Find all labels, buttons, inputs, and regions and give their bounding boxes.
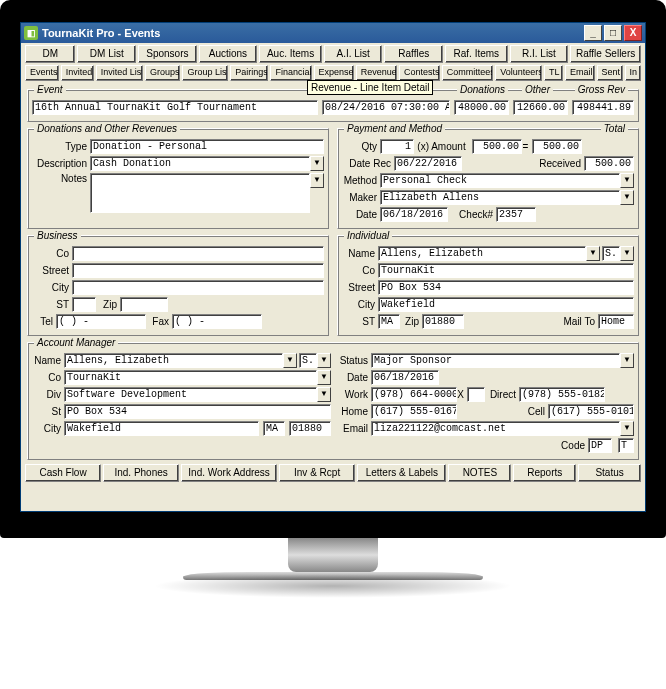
iname-sfx[interactable]: S.	[602, 246, 620, 261]
tb-raffles[interactable]: Raffles	[384, 45, 443, 63]
method-input[interactable]: Personal Check	[380, 173, 620, 188]
astc-input[interactable]: MA	[263, 421, 285, 436]
direct-input[interactable]: (978) 555-0182	[519, 387, 605, 402]
qty-input[interactable]: 1	[380, 139, 414, 154]
event-gross[interactable]: 498441.89	[572, 100, 634, 115]
aname-sfx-dropdown[interactable]: ▼	[317, 353, 331, 368]
bzip-input[interactable]	[120, 297, 168, 312]
maximize-button[interactable]: □	[604, 25, 622, 41]
bstreet-input[interactable]	[72, 263, 324, 278]
aname-input[interactable]: Allens, Elizabeth	[64, 353, 283, 368]
cell-input[interactable]: (617) 555-0101	[548, 404, 634, 419]
tb-sponsors[interactable]: Sponsors	[138, 45, 197, 63]
bco-input[interactable]	[72, 246, 324, 261]
status-dropdown[interactable]: ▼	[620, 353, 634, 368]
bfax-input[interactable]: ( ) -	[172, 314, 262, 329]
adiv-dropdown[interactable]: ▼	[317, 387, 331, 402]
event-datetime-input[interactable]: 08/24/2016 07:30:00 AM	[322, 100, 450, 115]
tb-dmlist[interactable]: DM List	[77, 45, 136, 63]
tb-aucitems[interactable]: Auc. Items	[259, 45, 322, 63]
work-input[interactable]: (978) 664-0000	[371, 387, 457, 402]
home-input[interactable]: (617) 555-0167	[371, 404, 457, 419]
tab-revenue[interactable]: Revenue	[356, 65, 397, 81]
btn-indworkaddr[interactable]: Ind. Work Address	[181, 464, 277, 482]
bst-input[interactable]	[72, 297, 96, 312]
aco-dropdown[interactable]: ▼	[317, 370, 331, 385]
notes-input[interactable]	[90, 173, 310, 213]
mailto-input[interactable]: Home	[598, 314, 634, 329]
tab-pairings[interactable]: Pairings	[230, 65, 268, 81]
pdate-input[interactable]: 06/18/2016	[380, 207, 448, 222]
tab-in[interactable]: In	[625, 65, 642, 81]
tab-events[interactable]: Events	[25, 65, 59, 81]
tb-ailist[interactable]: A.I. List	[324, 45, 383, 63]
amount-input[interactable]: 500.00	[472, 139, 522, 154]
aname-sfx[interactable]: S.	[299, 353, 317, 368]
email-dropdown[interactable]: ▼	[620, 421, 634, 436]
bcity-input[interactable]	[72, 280, 324, 295]
istreet-input[interactable]: PO Box 534	[378, 280, 634, 295]
adate-input[interactable]: 06/18/2016	[371, 370, 439, 385]
btn-notes[interactable]: NOTES	[448, 464, 511, 482]
tab-sent[interactable]: Sent	[597, 65, 623, 81]
code-input[interactable]: DP	[588, 438, 612, 453]
btn-status[interactable]: Status	[578, 464, 641, 482]
tab-financial[interactable]: Financial	[270, 65, 311, 81]
btn-invrcpt[interactable]: Inv & Rcpt	[279, 464, 355, 482]
iname-dropdown[interactable]: ▼	[586, 246, 600, 261]
maker-dropdown[interactable]: ▼	[620, 190, 634, 205]
tb-rafitems[interactable]: Raf. Items	[445, 45, 508, 63]
maker-input[interactable]: Elizabeth Allens	[380, 190, 620, 205]
tb-auctions[interactable]: Auctions	[199, 45, 258, 63]
tb-dm[interactable]: DM	[25, 45, 75, 63]
email-input[interactable]: liza221122@comcast.net	[371, 421, 620, 436]
btn-letters[interactable]: Letters & Labels	[357, 464, 446, 482]
tab-grouplist[interactable]: Group List	[182, 65, 228, 81]
acity-input[interactable]: Wakefield	[64, 421, 259, 436]
type-input[interactable]: Donation - Personal	[90, 139, 324, 154]
notes-dropdown[interactable]: ▼	[310, 173, 324, 188]
total-input[interactable]: 500.00	[532, 139, 582, 154]
tb-rilist[interactable]: R.I. List	[510, 45, 569, 63]
xval-input[interactable]	[467, 387, 485, 402]
tab-volunteers[interactable]: Volunteers	[495, 65, 542, 81]
minimize-button[interactable]: _	[584, 25, 602, 41]
aname-dropdown[interactable]: ▼	[283, 353, 297, 368]
tab-expense[interactable]: Expense	[314, 65, 354, 81]
aco-input[interactable]: TournaKit	[64, 370, 317, 385]
tab-invitedlist[interactable]: Invited List	[96, 65, 143, 81]
izip-input[interactable]: 01880	[422, 314, 464, 329]
event-name-input[interactable]: 16th Annual TournaKit Golf Tournament	[32, 100, 318, 115]
tab-committees[interactable]: Committees	[442, 65, 494, 81]
tab-tl[interactable]: TL	[544, 65, 563, 81]
tab-email[interactable]: Email	[565, 65, 594, 81]
tab-groups[interactable]: Groups	[145, 65, 181, 81]
btn-indphones[interactable]: Ind. Phones	[103, 464, 179, 482]
tab-invited[interactable]: Invited	[61, 65, 94, 81]
ist-input[interactable]: MA	[378, 314, 400, 329]
ast-input[interactable]: PO Box 534	[64, 404, 331, 419]
status-input[interactable]: Major Sponsor	[371, 353, 620, 368]
adiv-input[interactable]: Software Development	[64, 387, 317, 402]
check-input[interactable]: 2357	[496, 207, 536, 222]
description-dropdown[interactable]: ▼	[310, 156, 324, 171]
window-title: TournaKit Pro - Events	[42, 27, 582, 39]
iname-input[interactable]: Allens, Elizabeth	[378, 246, 586, 261]
close-button[interactable]: X	[624, 25, 642, 41]
icity-input[interactable]: Wakefield	[378, 297, 634, 312]
btel-input[interactable]: ( ) -	[56, 314, 146, 329]
description-input[interactable]: Cash Donation	[90, 156, 310, 171]
btn-cashflow[interactable]: Cash Flow	[25, 464, 101, 482]
event-donations[interactable]: 12660.00	[513, 100, 568, 115]
code2-input[interactable]: T	[618, 438, 634, 453]
event-val1[interactable]: 48000.00	[454, 100, 509, 115]
ico-input[interactable]: TournaKit	[378, 263, 634, 278]
tb-rafsellers[interactable]: Raffle Sellers	[570, 45, 641, 63]
iname-sfx-dropdown[interactable]: ▼	[620, 246, 634, 261]
btn-reports[interactable]: Reports	[513, 464, 576, 482]
received-input[interactable]: 500.00	[584, 156, 634, 171]
tab-contests[interactable]: Contests	[399, 65, 440, 81]
daterec-input[interactable]: 06/22/2016	[394, 156, 462, 171]
method-dropdown[interactable]: ▼	[620, 173, 634, 188]
azip-input[interactable]: 01880	[289, 421, 331, 436]
